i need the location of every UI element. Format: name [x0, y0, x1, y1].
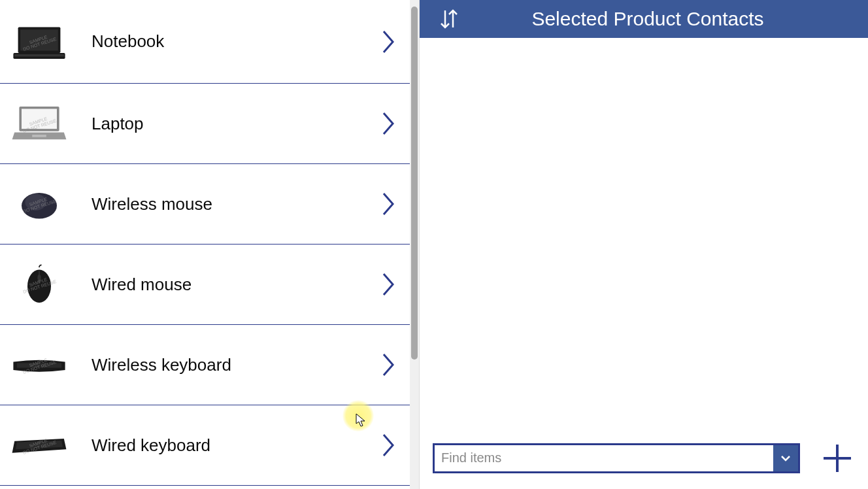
chevron-right-icon: [381, 191, 397, 217]
product-image-wireless-keyboard: SAMPLEDO NOT REUSE: [7, 339, 72, 391]
contacts-body: [420, 38, 868, 440]
svg-rect-7: [32, 135, 46, 137]
list-item[interactable]: SAMPLEDO NOT REUSE Notebook: [0, 0, 410, 84]
contacts-footer: [420, 440, 868, 489]
product-label: Wireless mouse: [92, 194, 381, 214]
chevron-right-icon: [381, 271, 397, 297]
svg-point-12: [37, 275, 41, 282]
svg-rect-5: [22, 109, 57, 129]
product-image-laptop: SAMPLEDO NOT REUSE: [7, 97, 72, 150]
svg-rect-13: [17, 363, 61, 367]
chevron-right-icon: [381, 432, 397, 458]
chevron-right-icon: [381, 352, 397, 378]
svg-rect-3: [14, 54, 64, 56]
product-image-notebook: SAMPLEDO NOT REUSE: [7, 16, 72, 68]
list-item[interactable]: SAMPLEDO NOT REUSE Wired mouse: [0, 244, 410, 325]
find-items-input[interactable]: [435, 445, 773, 471]
chevron-right-icon: [381, 29, 397, 55]
scrollbar-track[interactable]: [410, 0, 419, 489]
add-button[interactable]: [820, 441, 855, 476]
product-label: Notebook: [92, 31, 381, 52]
list-item[interactable]: SAMPLEDO NOT REUSE Wired keyboard: [0, 405, 410, 486]
list-item[interactable]: SAMPLEDO NOT REUSE Wireless mouse: [0, 164, 410, 244]
find-items-combobox[interactable]: [433, 443, 800, 473]
product-label: Wired mouse: [92, 275, 381, 295]
contacts-title: Selected Product Contacts: [473, 8, 822, 30]
app-root: SAMPLEDO NOT REUSE Notebook SAMPLEDO NO: [0, 0, 868, 489]
list-item[interactable]: SAMPLEDO NOT REUSE Laptop: [0, 84, 410, 164]
product-label: Laptop: [92, 114, 381, 134]
product-list: SAMPLEDO NOT REUSE Notebook SAMPLEDO NO: [0, 0, 410, 486]
product-image-wired-keyboard: SAMPLEDO NOT REUSE: [7, 419, 72, 471]
product-image-wireless-mouse: SAMPLEDO NOT REUSE: [7, 178, 72, 230]
sort-icon[interactable]: [438, 8, 460, 30]
svg-point-9: [25, 194, 46, 211]
product-label: Wired keyboard: [92, 435, 381, 456]
scrollbar-thumb[interactable]: [411, 7, 418, 360]
contacts-header: Selected Product Contacts: [420, 0, 868, 38]
contacts-panel: Selected Product Contacts: [420, 0, 868, 489]
list-item[interactable]: SAMPLEDO NOT REUSE Wireless keyboard: [0, 325, 410, 405]
find-items-dropdown-button[interactable]: [773, 445, 798, 471]
product-image-wired-mouse: SAMPLEDO NOT REUSE: [7, 258, 72, 311]
product-label: Wireless keyboard: [92, 355, 381, 375]
svg-rect-1: [20, 29, 58, 50]
product-list-panel: SAMPLEDO NOT REUSE Notebook SAMPLEDO NO: [0, 0, 420, 489]
chevron-right-icon: [381, 110, 397, 137]
